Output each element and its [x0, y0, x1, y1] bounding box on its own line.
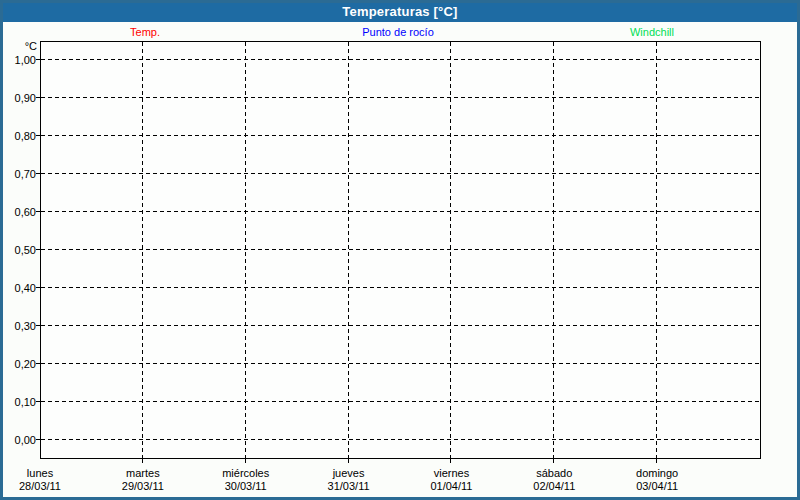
chart-plot-area [0, 0, 800, 500]
weather-chart-window: Temperaturas [°C] Temp.Punto de rocíoWin… [0, 0, 800, 500]
